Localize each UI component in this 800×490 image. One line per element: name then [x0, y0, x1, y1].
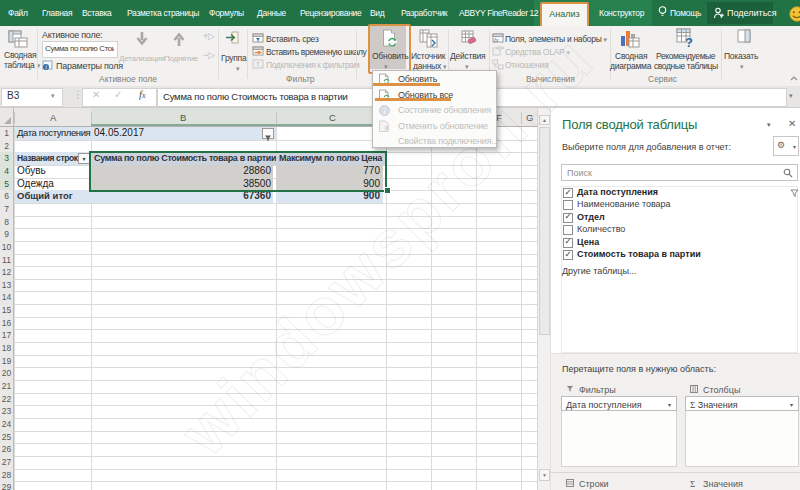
svg-text:?: ? [685, 35, 693, 49]
svg-text:i: i [383, 107, 385, 116]
svg-text:fx: fx [494, 36, 499, 43]
